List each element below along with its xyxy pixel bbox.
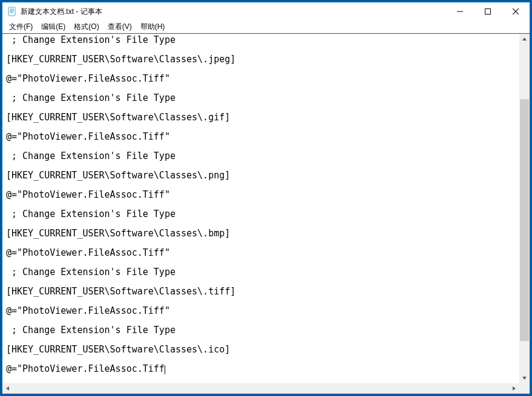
text-line: [HKEY_CURRENT_USER\Software\Classes\.bmp… [6, 229, 518, 238]
scroll-left-arrow-icon[interactable] [2, 383, 13, 394]
text-line: [HKEY_CURRENT_USER\Software\Classes\.gif… [6, 112, 518, 122]
text-line: @="PhotoViewer.FileAssoc.Tiff" [6, 306, 518, 316]
menu-bar: 文件(F) 编辑(E) 格式(O) 查看(V) 帮助(H) [2, 21, 530, 33]
scroll-up-arrow-icon[interactable] [519, 34, 530, 44]
svg-rect-6 [485, 9, 491, 15]
text-line: ; Change Extension's File Type [6, 209, 518, 219]
window-controls [446, 2, 530, 21]
title-bar[interactable]: 新建文本文档.txt - 记事本 [2, 2, 530, 21]
text-caret [165, 365, 165, 374]
text-line: ; Change Extension's File Type [6, 267, 518, 277]
menu-help[interactable]: 帮助(H) [136, 21, 169, 33]
text-line: @="PhotoViewer.FileAssoc.Tiff" [6, 132, 518, 141]
text-line: ; Change Extension's File Type [6, 93, 518, 103]
menu-view[interactable]: 查看(V) [103, 21, 136, 33]
text-line: [HKEY_CURRENT_USER\Software\Classes\.jpe… [6, 54, 518, 64]
text-line: @="PhotoViewer.FileAssoc.Tiff" [6, 248, 518, 258]
menu-file[interactable]: 文件(F) [5, 21, 37, 33]
svg-rect-5 [457, 11, 463, 12]
text-line: ; Change Extension's File Type [6, 325, 518, 335]
horizontal-scroll-track[interactable] [13, 383, 509, 394]
text-editor[interactable]: ; Change Extension's File Type[HKEY_CURR… [2, 34, 519, 383]
text-line: @="PhotoViewer.FileAssoc.Tiff" [6, 190, 518, 200]
vertical-scrollbar[interactable] [519, 34, 530, 383]
menu-edit[interactable]: 编辑(E) [37, 21, 70, 33]
text-line: ; Change Extension's File Type [6, 35, 518, 45]
client-area: ; Change Extension's File Type[HKEY_CURR… [2, 33, 530, 394]
text-line: [HKEY_CURRENT_USER\Software\Classes\.tif… [6, 287, 518, 296]
text-line: @="PhotoViewer.FileAssoc.Tiff" [6, 74, 518, 83]
editor-wrap: ; Change Extension's File Type[HKEY_CURR… [2, 34, 530, 383]
minimize-button[interactable] [446, 2, 474, 21]
vertical-scroll-thumb[interactable] [520, 99, 529, 341]
text-line: [HKEY_CURRENT_USER\Software\Classes\.png… [6, 170, 518, 180]
maximize-button[interactable] [474, 2, 502, 21]
text-line: ; Change Extension's File Type [6, 151, 518, 161]
menu-format[interactable]: 格式(O) [70, 21, 103, 33]
text-line: @="PhotoViewer.FileAssoc.Tiff [6, 364, 518, 374]
text-line: [HKEY_CURRENT_USER\Software\Classes\.ico… [6, 345, 518, 354]
close-button[interactable] [502, 2, 530, 21]
scroll-right-arrow-icon[interactable] [509, 383, 519, 394]
window-title: 新建文本文档.txt - 记事本 [21, 7, 446, 17]
scrollbar-corner [519, 383, 530, 394]
notepad-window: 新建文本文档.txt - 记事本 文件(F) 编辑(E) 格式(O) 查看(V)… [2, 2, 530, 394]
scroll-down-arrow-icon[interactable] [519, 373, 530, 383]
horizontal-scrollbar[interactable] [2, 383, 530, 394]
notepad-app-icon [7, 7, 17, 16]
